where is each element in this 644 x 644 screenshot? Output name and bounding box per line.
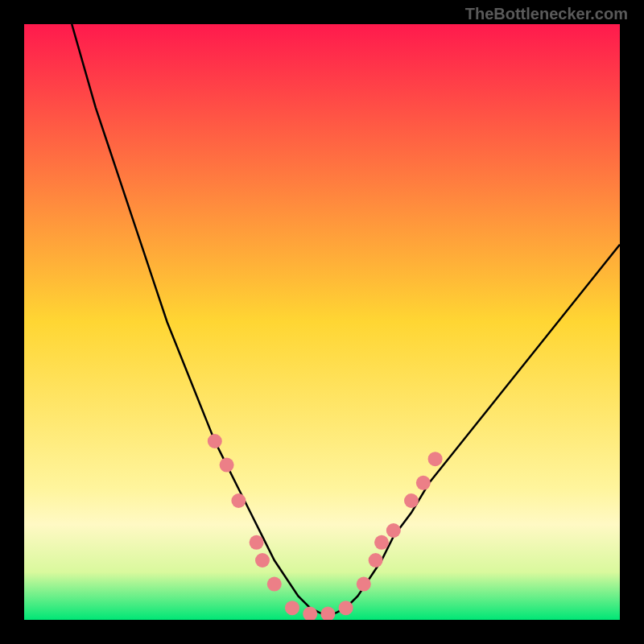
curve-marker — [386, 523, 401, 538]
chart-svg — [24, 24, 620, 620]
curve-marker — [231, 493, 246, 508]
curve-marker — [357, 577, 371, 592]
curve-marker — [416, 476, 431, 490]
curve-marker — [374, 535, 389, 550]
curve-marker — [428, 452, 443, 466]
curve-marker — [285, 601, 299, 615]
curve-marker — [339, 601, 353, 615]
curve-marker — [250, 535, 264, 550]
curve-marker — [267, 577, 282, 592]
curve-marker — [255, 553, 270, 568]
curve-marker — [404, 493, 419, 508]
chart-plot-area — [24, 24, 620, 620]
curve-marker — [220, 458, 234, 473]
curve-marker — [208, 434, 222, 448]
chart-background — [24, 24, 620, 620]
watermark-text: TheBottlenecker.com — [465, 5, 628, 23]
curve-marker — [369, 553, 383, 568]
